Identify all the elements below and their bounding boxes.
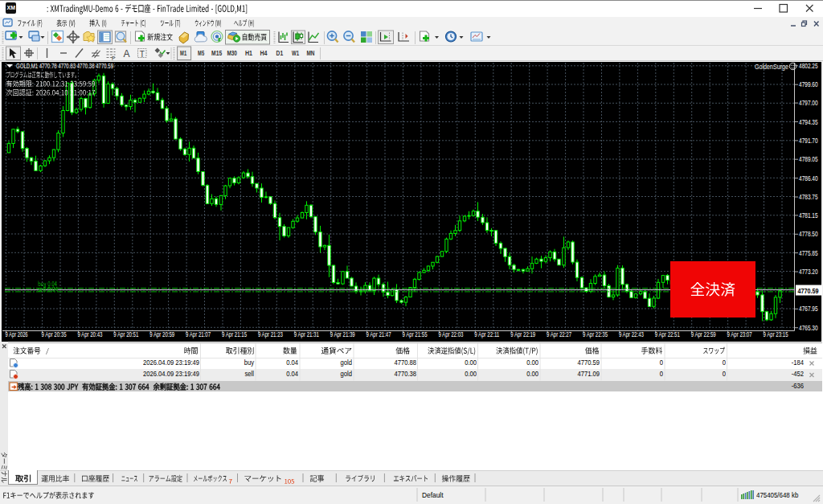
svg-text:9 Apr 22:35: 9 Apr 22:35 — [583, 330, 608, 338]
svg-text:9 Apr 21:39: 9 Apr 21:39 — [330, 330, 355, 338]
svg-text:4778.50: 4778.50 — [799, 230, 818, 238]
svg-text:9 Apr 21:15: 9 Apr 21:15 — [222, 330, 247, 338]
svg-text:9 Apr 22:51: 9 Apr 22:51 — [655, 330, 680, 338]
svg-text:9 Apr 22:43: 9 Apr 22:43 — [619, 330, 644, 338]
svg-text:4794.35: 4794.35 — [799, 118, 818, 126]
svg-text:4775.85: 4775.85 — [799, 249, 818, 257]
svg-text:4770.59: 4770.59 — [798, 286, 819, 295]
svg-text:4789.05: 4789.05 — [799, 155, 818, 163]
svg-text:4791.70: 4791.70 — [799, 137, 818, 145]
svg-text:9 Apr 21:55: 9 Apr 21:55 — [403, 330, 428, 338]
svg-text:9 Apr 21:23: 9 Apr 21:23 — [258, 330, 283, 338]
svg-text:9 Apr 22:03: 9 Apr 22:03 — [438, 330, 463, 338]
svg-text:4802.25: 4802.25 — [799, 62, 818, 70]
svg-text:9 Apr 22:27: 9 Apr 22:27 — [547, 330, 571, 338]
svg-text:9 Apr 20:51: 9 Apr 20:51 — [113, 330, 138, 338]
svg-text:4765.30: 4765.30 — [799, 324, 818, 332]
svg-text:4797.00: 4797.00 — [799, 99, 818, 107]
svg-text:9 Apr 22:11: 9 Apr 22:11 — [474, 330, 499, 338]
svg-text:4773.20: 4773.20 — [799, 268, 818, 276]
svg-text:9 Apr 20:43: 9 Apr 20:43 — [77, 330, 102, 338]
svg-text:9 Apr 20:35: 9 Apr 20:35 — [42, 330, 67, 338]
svg-text:GOLD,M1 4770.78 4770.83 4770.: GOLD,M1 4770.78 4770.83 4770.38 4770.59 — [16, 61, 113, 70]
svg-text:4781.15: 4781.15 — [799, 211, 818, 219]
svg-text:4799.60: 4799.60 — [799, 80, 818, 88]
svg-text:4767.95: 4767.95 — [799, 305, 818, 313]
svg-text:9 Apr 22:59: 9 Apr 22:59 — [691, 330, 716, 338]
svg-text:GoldenSurge: GoldenSurge — [755, 62, 788, 71]
svg-text:9 Apr 20:59: 9 Apr 20:59 — [149, 330, 174, 338]
svg-text:9 Apr 23:15: 9 Apr 23:15 — [764, 330, 788, 338]
svg-text:4783.75: 4783.75 — [799, 193, 818, 201]
svg-text:9 Apr 2026: 9 Apr 2026 — [6, 330, 28, 338]
svg-text:9 Apr 21:47: 9 Apr 21:47 — [366, 330, 391, 338]
svg-text:9 Apr 22:19: 9 Apr 22:19 — [510, 330, 535, 338]
svg-text:4786.40: 4786.40 — [799, 174, 818, 182]
svg-text:9 Apr 21:07: 9 Apr 21:07 — [186, 330, 211, 338]
svg-text:9 Apr 21:31: 9 Apr 21:31 — [294, 330, 319, 338]
svg-text:9 Apr 23:07: 9 Apr 23:07 — [727, 330, 752, 338]
